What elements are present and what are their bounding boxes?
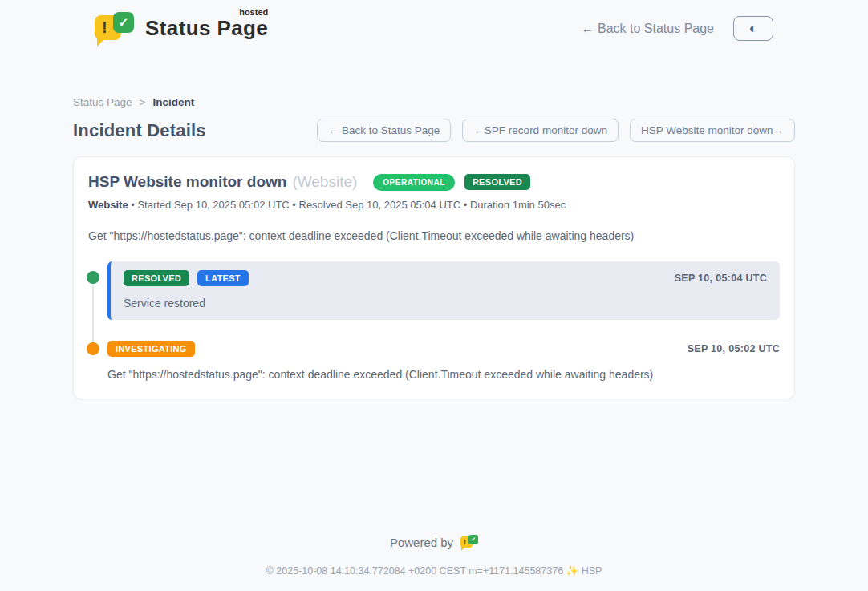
incident-card: HSP Website monitor down (Website) OPERA…: [73, 156, 795, 399]
powered-by: Powered by ! ✓: [0, 534, 868, 551]
resolved-dot-icon: [87, 271, 99, 284]
incident-timeline: RESOLVED LATEST SEP 10, 05:04 UTC Servic…: [88, 261, 780, 381]
theme-toggle-button[interactable]: ◐: [733, 16, 773, 41]
breadcrumb-current: Incident: [152, 96, 194, 108]
timeline-timestamp: SEP 10, 05:02 UTC: [688, 343, 780, 354]
page-title: Incident Details: [73, 120, 206, 141]
incident-meta: Website • Started Sep 10, 2025 05:02 UTC…: [88, 199, 780, 211]
timeline-resolved-badge: RESOLVED: [124, 270, 189, 286]
timeline-timestamp: SEP 10, 05:04 UTC: [675, 273, 767, 284]
prev-incident-button[interactable]: ←SPF record monitor down: [462, 119, 619, 142]
timeline-entry-resolved: RESOLVED LATEST SEP 10, 05:04 UTC Servic…: [88, 261, 780, 320]
operational-status-badge: OPERATIONAL: [373, 174, 455, 191]
footer: Powered by ! ✓ © 2025-10-08 14:10:34.772…: [0, 534, 868, 577]
exclamation-icon: !: [464, 538, 466, 546]
half-circle-icon: ◐: [749, 22, 757, 35]
back-to-status-page-button[interactable]: ← Back to Status Page: [317, 119, 452, 142]
timeline-latest-badge: LATEST: [197, 270, 249, 286]
logo-bubble-tail: [97, 38, 106, 47]
next-incident-button[interactable]: HSP Website monitor down→: [630, 119, 795, 142]
incident-component: (Website): [292, 173, 357, 191]
app-logo[interactable]: ! ✓ hosted Status Page: [95, 10, 268, 47]
statuspage-bubble-icon-small: ! ✓: [460, 534, 478, 551]
timeline-message: Get "https://hostedstatus.page": context…: [107, 368, 780, 381]
header-back-to-status-page-link[interactable]: ← Back to Status Page: [582, 22, 714, 36]
incident-description: Get "https://hostedstatus.page": context…: [88, 229, 780, 242]
incident-title: HSP Website monitor down: [88, 173, 286, 191]
timeline-entry-investigating: INVESTIGATING SEP 10, 05:02 UTC Get "htt…: [88, 341, 780, 381]
check-square-icon: ✓: [468, 535, 478, 544]
statuspage-bubble-icon: ! ✓: [95, 10, 135, 47]
incident-meta-details: • Started Sep 10, 2025 05:02 UTC • Resol…: [128, 199, 566, 211]
timeline-investigating-badge: INVESTIGATING: [107, 341, 195, 357]
timeline-message: Service restored: [124, 297, 767, 310]
logo-hosted-superscript: hosted: [239, 7, 268, 17]
breadcrumb: Status Page > Incident: [73, 96, 795, 108]
logo-text: Status Page: [145, 16, 268, 40]
powered-by-label: Powered by: [390, 536, 453, 549]
timeline-entry-highlight-panel: RESOLVED LATEST SEP 10, 05:04 UTC Servic…: [107, 261, 780, 320]
check-square-icon: ✓: [113, 12, 134, 33]
exclamation-icon: !: [102, 18, 107, 37]
copyright-text: © 2025-10-08 14:10:34.772084 +0200 CEST …: [0, 565, 868, 577]
resolved-state-badge: RESOLVED: [464, 174, 530, 190]
incident-meta-component: Website: [88, 199, 128, 211]
breadcrumb-separator: >: [140, 96, 146, 108]
breadcrumb-root[interactable]: Status Page: [73, 96, 132, 108]
header: ! ✓ hosted Status Page ← Back to Status …: [0, 0, 868, 47]
investigating-dot-icon: [87, 342, 99, 355]
main-content: Status Page > Incident Incident Details …: [73, 96, 795, 399]
